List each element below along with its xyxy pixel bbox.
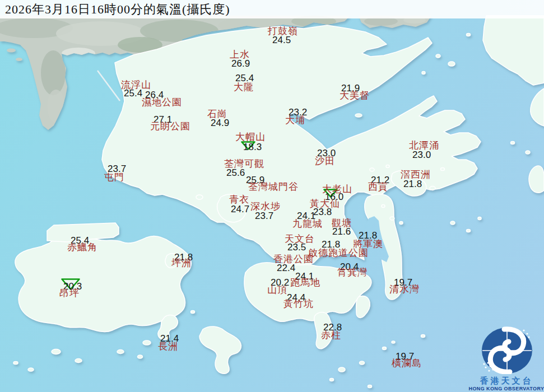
station-name: 黃大仙 [310,199,340,208]
station-name: 打鼓嶺 [268,26,298,36]
station-name: 觀塘 [332,218,352,228]
station-temperature: 24.7 [231,204,249,214]
hko-logo: 香港天文台 HONG KONG OBSERVATORY [468,320,544,392]
station-name: 濕地公園 [142,97,182,107]
station-name: 流浮山 [121,80,151,90]
stations-layer: 24.5打鼓嶺26.9上水25.4大隴25.4流浮山26.4濕地公園27.1元朗… [0,0,544,392]
station-temperature: 24.9 [211,118,229,128]
station-name: 啟德跑道公園 [308,248,369,258]
station-name: 大帽山 [235,132,266,142]
station-temperature: 23.0 [412,150,431,160]
station-name: 荃灣可觀 [224,159,264,169]
station-name: 大埔 [285,115,305,125]
station-name: 天文台 [285,234,315,244]
station-name: 赤柱 [321,330,341,340]
station-name: 沙田 [315,156,335,166]
station-temperature: 24.5 [272,35,291,45]
hko-logo-emblem [468,320,544,374]
station-name: 赤鱲角 [67,242,97,252]
station-name: 昂坪 [59,288,80,298]
hko-temperature-map: 2026年3月16日16時00分的氣溫(攝氏度) 24.5打鼓嶺26.9上水25… [0,0,544,392]
station-name: 元朗公園 [150,122,190,131]
station-name: 九龍城 [292,219,323,228]
station-name: 跑馬地 [290,278,320,287]
hko-logo-english: HONG KONG OBSERVATORY [468,385,544,392]
station-name: 香港公園 [273,254,314,264]
station-name: 大美督 [340,91,370,100]
station-name: 青衣 [229,195,249,204]
station-temperature: 22.4 [277,263,295,273]
station-name: 筲箕灣 [337,268,368,277]
station-name: 長洲 [158,342,178,351]
station-name: 北潭涌 [409,141,439,150]
station-name: 大隴 [234,82,254,92]
station-name: 黃竹坑 [283,299,314,309]
station-temperature: 21.8 [403,179,422,189]
station-name: 西貢 [368,182,388,192]
station-temperature: 18.3 [243,142,262,152]
station-name: 山頂 [267,285,287,295]
station-temperature: 23.7 [255,211,273,221]
hko-logo-chinese: 香港天文台 [468,376,544,385]
station-temperature: 26.9 [231,59,250,68]
station-name: 石崗 [207,109,227,119]
station-temperature: 25.6 [226,168,245,178]
station-name: 屯門 [104,172,124,182]
station-name: 大老山 [322,184,352,194]
station-name: 橫瀾島 [392,358,422,368]
station-name: 清水灣 [389,284,420,294]
station-name: 滘西洲 [401,170,431,179]
map-title: 2026年3月16日16時00分的氣溫(攝氏度) [0,0,544,18]
station-name: 荃灣城門谷 [248,182,299,192]
station-name: 坪洲 [171,258,192,268]
station-name: 深水埗 [250,202,281,211]
station-name: 上水 [230,50,250,59]
